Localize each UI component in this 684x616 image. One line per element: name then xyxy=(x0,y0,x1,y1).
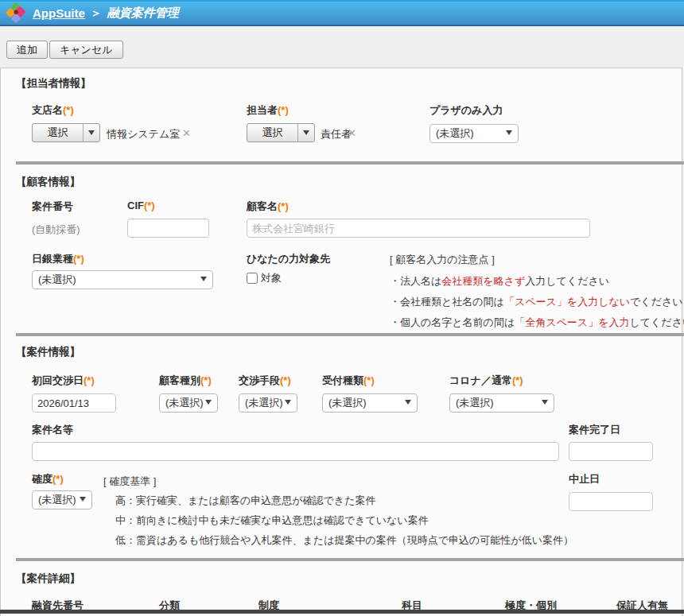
manager-remove-icon[interactable]: ✕ xyxy=(348,127,356,139)
branch-value: 情報システム室 xyxy=(107,127,180,141)
chevron-down-icon xyxy=(83,124,99,141)
manager-label: 担当者(*) xyxy=(247,103,289,118)
chevron-down-icon xyxy=(200,277,207,281)
hinata-checkbox-row: 対象 xyxy=(247,271,282,285)
section-divider xyxy=(16,161,684,165)
hinata-checkbox[interactable] xyxy=(247,273,258,284)
customer-name-label: 顧客名(*) xyxy=(247,200,289,214)
required-marker: (*) xyxy=(278,104,289,116)
industry-label: 日銀業種(*) xyxy=(32,252,84,266)
required-marker: (*) xyxy=(144,200,155,211)
hinata-label: ひなたの力対象先 xyxy=(247,252,330,266)
required-marker: (*) xyxy=(280,374,291,386)
cancel-button[interactable]: キャンセル xyxy=(49,41,123,59)
case-number-label: 案件番号 xyxy=(32,200,73,214)
negotiation-method-label: 交渉手段(*) xyxy=(239,374,291,388)
negotiation-method-select[interactable]: (未選択) xyxy=(239,393,297,413)
page-title: 融資案件管理 xyxy=(107,6,179,21)
app-header: AppSuite ＞ 融資案件管理 xyxy=(0,0,684,26)
appsuite-home-link[interactable]: AppSuite xyxy=(33,6,85,20)
customer-name-input[interactable] xyxy=(247,219,590,238)
breadcrumb-separator: ＞ xyxy=(91,6,102,21)
stop-date-input[interactable] xyxy=(569,492,653,511)
chevron-down-icon xyxy=(80,497,86,502)
plaza-label: プラザのみ入力 xyxy=(429,103,503,118)
accept-type-label: 受付種類(*) xyxy=(322,374,375,388)
chevron-down-icon xyxy=(297,124,314,141)
required-marker: (*) xyxy=(512,374,523,386)
customer-note-2: ・会社種類と社名の間は「スペース」を入力しないでください xyxy=(390,295,683,309)
chevron-down-icon xyxy=(405,400,411,405)
customer-notes-title: [ 顧客名入力の注意点 ] xyxy=(390,253,495,267)
case-name-label: 案件名等 xyxy=(32,423,73,437)
section-divider xyxy=(16,333,684,336)
customer-type-select[interactable]: (未選択) xyxy=(159,393,218,413)
required-marker: (*) xyxy=(84,374,95,386)
required-marker: (*) xyxy=(63,104,74,116)
chevron-down-icon xyxy=(506,130,512,135)
required-marker: (*) xyxy=(73,253,84,265)
complete-date-label: 案件完了日 xyxy=(569,423,620,437)
section-title-customer: 【顧客情報】 xyxy=(16,175,80,189)
chevron-down-icon xyxy=(285,400,291,405)
required-marker: (*) xyxy=(52,473,64,485)
section-title-case-detail: 【案件詳細】 xyxy=(16,571,80,586)
required-marker: (*) xyxy=(278,200,289,212)
stop-date-label: 中止日 xyxy=(569,472,600,486)
case-number-value: (自動採番) xyxy=(32,223,80,237)
section-title-case-info: 【案件情報】 xyxy=(16,345,80,359)
cif-input[interactable] xyxy=(127,219,209,238)
first-negotiation-date-label: 初回交渉日(*) xyxy=(32,374,95,388)
cif-label: CIF(*) xyxy=(127,200,155,211)
clipped-row-edge xyxy=(0,610,684,614)
customer-note-1: ・法人名は会社種類を略さず入力してください xyxy=(390,274,609,289)
case-name-input[interactable] xyxy=(32,442,559,461)
hinata-checkbox-label: 対象 xyxy=(261,271,282,285)
add-button[interactable]: 追加 xyxy=(6,41,48,59)
certainty-criteria-high: 高：実行確実、または顧客の申込意思が確認できた案件 xyxy=(115,494,375,508)
plaza-select[interactable]: (未選択) xyxy=(429,124,519,143)
corona-normal-label: コロナ／通常(*) xyxy=(449,374,523,388)
certainty-criteria-mid: 中：前向きに検討中も未だ確実な申込意思は確認できていない案件 xyxy=(115,513,429,528)
certainty-select[interactable]: (未選択) xyxy=(32,490,92,509)
first-negotiation-date-input[interactable] xyxy=(32,393,116,413)
appsuite-logo-icon xyxy=(6,2,27,24)
required-marker: (*) xyxy=(363,374,375,386)
accept-type-select[interactable]: (未選択) xyxy=(322,393,418,413)
certainty-criteria-low: 低：需資はあるも他行競合や入札案件、または提案中の案件（現時点で申込の可能性が低… xyxy=(115,533,573,548)
certainty-criteria-title: [ 確度基準 ] xyxy=(103,475,156,489)
corona-normal-select[interactable]: (未選択) xyxy=(449,393,554,413)
chevron-down-icon xyxy=(542,400,548,405)
certainty-label: 確度(*) xyxy=(32,472,64,486)
customer-note-3: ・個人の名字と名前の間は「全角スペース」を入力してください xyxy=(390,316,684,330)
required-marker: (*) xyxy=(200,374,212,386)
section-divider xyxy=(16,558,684,561)
industry-select[interactable]: (未選択) xyxy=(32,270,213,289)
branch-select-button[interactable]: 選択 xyxy=(32,123,100,142)
section-title-staff: 【担当者情報】 xyxy=(16,76,91,91)
customer-type-label: 顧客種別(*) xyxy=(159,374,212,388)
branch-label: 支店名(*) xyxy=(32,103,74,118)
manager-select-button[interactable]: 選択 xyxy=(247,123,315,142)
branch-remove-icon[interactable]: ✕ xyxy=(182,127,191,139)
complete-date-input[interactable] xyxy=(569,442,653,461)
chevron-down-icon xyxy=(205,400,212,405)
